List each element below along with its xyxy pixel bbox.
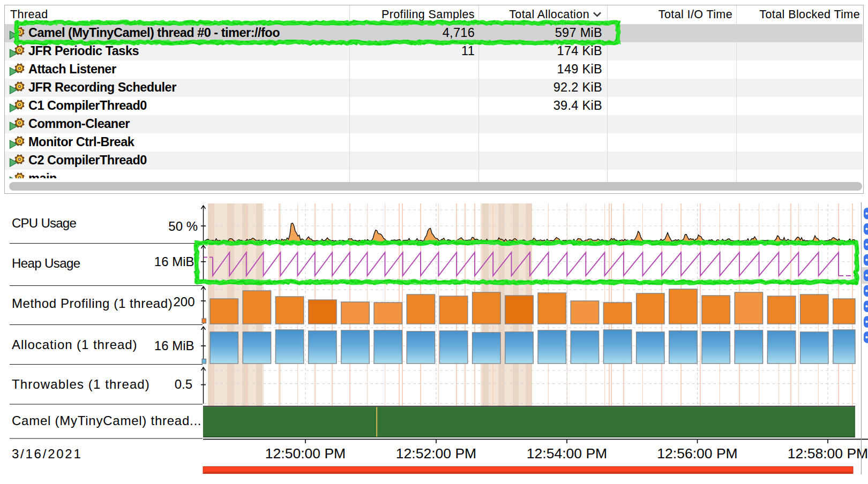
svg-text:12:58:00 PM: 12:58:00 PM: [788, 445, 868, 462]
svg-text:12:54:00 PM: 12:54:00 PM: [527, 445, 607, 462]
svg-text:12:52:00 PM: 12:52:00 PM: [396, 445, 476, 462]
svg-text:12:50:00 PM: 12:50:00 PM: [265, 445, 346, 462]
svg-text:12:56:00 PM: 12:56:00 PM: [657, 445, 737, 462]
